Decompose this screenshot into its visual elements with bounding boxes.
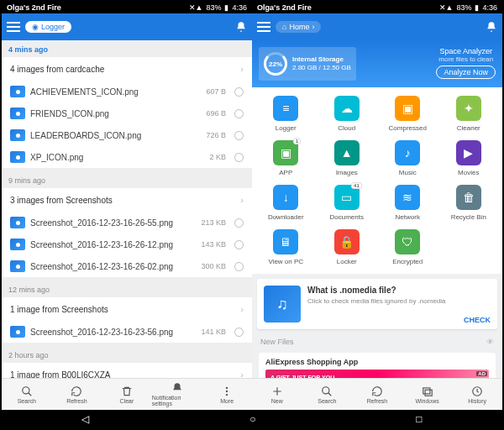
file-row[interactable]: Screenshot_2016-12-23-16-26-12.png143 KB xyxy=(2,233,252,255)
nav-recent-button[interactable]: □ xyxy=(416,413,422,425)
nomedia-card[interactable]: ♫ What is .nomedia file? Click to check … xyxy=(257,279,497,329)
tile-cleaner[interactable]: ✦Cleaner xyxy=(440,96,498,132)
ad-tag: AD xyxy=(476,371,487,376)
select-radio[interactable] xyxy=(234,109,244,118)
tile-encrypted[interactable]: 🛡Encrypted xyxy=(379,229,437,265)
app-bar-left: ◉ Logger xyxy=(2,13,252,40)
battery-icon: ▮ xyxy=(224,3,228,12)
tile-app[interactable]: ▣1APP xyxy=(257,140,315,176)
bottombar-refresh[interactable]: Refresh xyxy=(52,379,102,410)
breadcrumb-logger[interactable]: ◉ Logger xyxy=(25,21,71,33)
select-radio[interactable] xyxy=(234,328,244,337)
tile-recycle-bin[interactable]: 🗑Recycle Bin xyxy=(440,185,498,221)
tile-logger[interactable]: ≡Logger xyxy=(257,96,315,132)
tile-label: Network xyxy=(396,213,420,221)
file-row[interactable]: LEADERBOARDS_ICON.png726 B xyxy=(2,124,252,146)
group-header[interactable]: 4 images from cardcache› xyxy=(2,57,252,81)
status-bar: Olga's 2nd Fire ✕ ▲ 83% ▮ 4:36 xyxy=(252,2,502,13)
tile-label: Cleaner xyxy=(457,124,480,132)
file-row[interactable]: FRIENDS_ICON.png696 B xyxy=(2,102,252,124)
tile-label: Movies xyxy=(458,169,479,176)
group-header[interactable]: 3 images from Screenshots› xyxy=(2,188,252,212)
storage-card[interactable]: 22% Internal Storage 2.80 GB / 12.50 GB xyxy=(259,47,356,81)
tile-label: Encrypted xyxy=(392,258,423,265)
bell-icon[interactable] xyxy=(235,21,247,33)
wifi-icon: ▲ xyxy=(196,3,203,12)
file-name: Screenshot_2016-12-23-16-23-56.png xyxy=(30,328,196,337)
tile-music[interactable]: ♪Music xyxy=(379,140,437,176)
select-radio[interactable] xyxy=(234,240,244,249)
bottombar-notification-settings[interactable]: Notification settings xyxy=(152,379,202,410)
magnify-icon xyxy=(21,385,33,397)
menu-icon[interactable] xyxy=(7,22,20,32)
nomedia-check-link[interactable]: CHECK xyxy=(464,316,491,324)
file-row[interactable]: Screenshot_2016-12-23-16-26-55.png213 KB xyxy=(2,212,252,233)
bottombar-search[interactable]: Search xyxy=(302,379,353,410)
file-size: 696 B xyxy=(206,109,226,118)
tile-icon: ♪ xyxy=(395,140,420,165)
file-size: 607 B xyxy=(206,87,226,96)
analyze-now-button[interactable]: Analyze Now xyxy=(436,66,496,79)
bottombar-search[interactable]: Search xyxy=(2,379,52,410)
file-list[interactable]: 4 mins ago4 images from cardcache›ACHIEV… xyxy=(2,40,252,378)
history-icon xyxy=(471,385,483,397)
bottom-bar-left: SearchRefreshClearNotification settingsM… xyxy=(2,378,252,410)
file-row[interactable]: ACHIEVEMENTS_ICON.png607 B xyxy=(2,81,252,102)
refresh-icon xyxy=(371,385,383,397)
eye-icon[interactable]: 👁 xyxy=(486,338,494,346)
group-title: 1 image from Screenshots xyxy=(10,305,240,314)
file-row[interactable]: XP_ICON.png2 KB xyxy=(2,146,252,168)
bottombar-history[interactable]: History xyxy=(452,379,502,410)
nav-back-button[interactable]: ◁ xyxy=(81,413,89,425)
file-row[interactable]: Screenshot_2016-12-23-16-23-56.png141 KB xyxy=(2,321,252,343)
tile-label: APP xyxy=(279,169,292,176)
file-name: Screenshot_2016-12-23-16-26-02.png xyxy=(30,262,196,271)
tile-label: Compressed xyxy=(389,124,427,132)
tile-label: Downloader xyxy=(268,213,304,221)
tile-compressed[interactable]: ▣Compressed xyxy=(379,96,437,132)
nav-home-button[interactable]: ○ xyxy=(249,413,255,425)
bottombar-windows[interactable]: Windows xyxy=(402,379,453,410)
tile-cloud[interactable]: ☁Cloud xyxy=(318,96,376,132)
ad-banner[interactable]: A GIFT JUST FOR YOU AD xyxy=(265,370,489,378)
bottombar-new[interactable]: New xyxy=(252,379,302,410)
tile-network[interactable]: ≋Network xyxy=(379,185,437,221)
select-radio[interactable] xyxy=(234,87,244,97)
trash-icon xyxy=(121,385,133,397)
new-files-card-title: AliExpress Shopping App xyxy=(265,358,489,366)
chevron-right-icon: › xyxy=(240,195,244,205)
bottombar-refresh[interactable]: Refresh xyxy=(352,379,402,410)
home-scroll[interactable]: 22% Internal Storage 2.80 GB / 12.50 GB … xyxy=(252,40,502,378)
image-thumb-icon xyxy=(10,151,25,163)
tile-label: View on PC xyxy=(268,258,303,265)
new-files-card[interactable]: AliExpress Shopping App A GIFT JUST FOR … xyxy=(259,353,496,378)
app-bar-right: ⌂ Home › xyxy=(252,13,502,40)
select-radio[interactable] xyxy=(234,131,244,140)
group-title: 1 image from B00LI6CXZA xyxy=(10,370,240,379)
battery-percent: 83% xyxy=(456,3,471,12)
group-header[interactable]: 1 image from Screenshots› xyxy=(2,297,252,321)
group-header[interactable]: 1 image from B00LI6CXZA› xyxy=(2,363,252,378)
bottombar-more[interactable]: More xyxy=(202,379,252,410)
battery-icon: ▮ xyxy=(475,3,479,12)
tile-icon: ≡ xyxy=(273,96,298,121)
storage-percent-ring: 22% xyxy=(264,52,287,76)
file-name: LEADERBOARDS_ICON.png xyxy=(30,131,201,140)
tile-images[interactable]: ▲Images xyxy=(318,140,376,176)
select-radio[interactable] xyxy=(234,153,244,162)
tile-movies[interactable]: ▶Movies xyxy=(440,140,498,176)
bottombar-label: Windows xyxy=(415,398,438,404)
bottombar-clear[interactable]: Clear xyxy=(102,379,152,410)
tile-documents[interactable]: ▭41Documents xyxy=(318,185,376,221)
bell-icon[interactable] xyxy=(486,21,497,33)
bottombar-label: Refresh xyxy=(66,398,87,404)
tile-label: Locker xyxy=(337,258,357,265)
select-radio[interactable] xyxy=(234,218,244,228)
file-row[interactable]: Screenshot_2016-12-23-16-26-02.png300 KB xyxy=(2,255,252,277)
tile-downloader[interactable]: ↓Downloader xyxy=(257,185,315,221)
tile-locker[interactable]: 🔒Locker xyxy=(318,229,376,265)
tile-view-on-pc[interactable]: 🖥View on PC xyxy=(257,229,315,265)
breadcrumb-home[interactable]: ⌂ Home › xyxy=(276,21,321,33)
select-radio[interactable] xyxy=(234,262,244,271)
menu-icon[interactable] xyxy=(257,22,270,32)
